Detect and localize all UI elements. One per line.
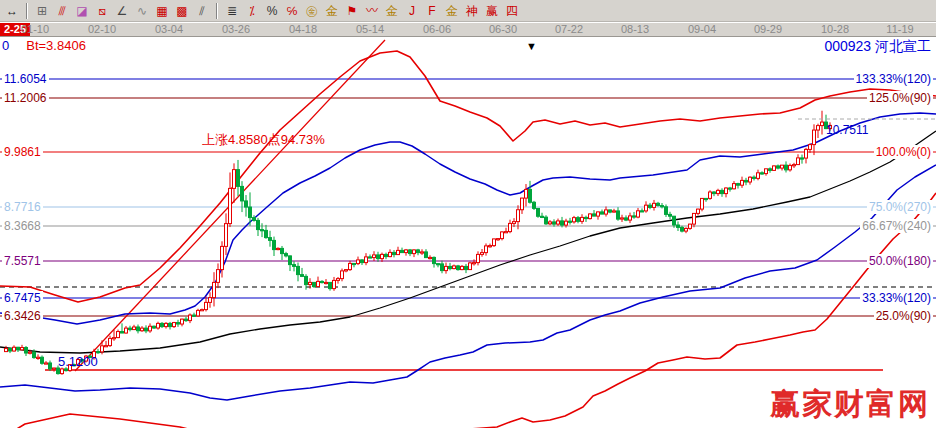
candle-up [789,165,792,169]
gold-trendline-icon[interactable]: 金 [442,2,462,20]
wave-tool-icon[interactable]: 〰 [362,2,382,20]
candle-up [317,281,320,286]
measure-width-icon[interactable]: ↔ [2,2,22,20]
candle-up [149,326,152,331]
candle-up [521,198,524,210]
candle-up [653,203,656,207]
rect-diagonals-icon[interactable]: ⧅ [92,2,112,20]
candle-down [417,250,420,253]
candle-up [209,298,212,303]
price-axis-label: 11.2006 [2,91,49,105]
candle-down [301,275,304,277]
candle-down [665,207,668,215]
candle-down [409,250,412,254]
candle-up [413,250,416,254]
gold-section-icon[interactable]: 金 [322,2,342,20]
bt-value-label: Bt=3.8406 [26,38,86,53]
candle-up [489,246,492,247]
candle-down [129,328,132,329]
candle-down [737,184,740,186]
peak-marker: ▼ [526,40,537,52]
j-trendline-icon[interactable]: J [402,2,422,20]
candle-up [45,363,48,364]
candle-down [285,254,288,256]
candle-down [593,214,596,216]
candle-up [765,169,768,174]
candle-up [337,279,340,281]
percent-lines-icon[interactable]: ℅ [282,2,302,20]
candle-up [797,158,800,165]
candle-up [717,190,720,193]
candle-down [153,326,156,328]
gold-circle-icon[interactable]: ㊎ [302,2,322,20]
candle-down [801,158,804,159]
candle-up [105,346,108,347]
candle-down [289,256,292,265]
shen-trendline-icon[interactable]: 神 [462,2,482,20]
candle-down [17,347,20,350]
drawing-toolbar: ↔⊞⫻◪⧅∠∿▦▩⫽≣⁒%℅㊎金⚑〰金JF金神赢四 [0,0,936,22]
candle-down [529,189,532,202]
candle-down [661,206,664,207]
candle-down [297,266,300,274]
candle-up [189,315,192,321]
parallel-lines-icon[interactable]: ⫽ [192,2,212,20]
candle-up [117,332,120,338]
candle-up [37,357,40,358]
candle-up [497,239,500,240]
gann-fan-box-icon[interactable]: ◪ [72,2,92,20]
ying-trendline-icon[interactable]: 赢 [482,2,502,20]
zigzag-lines-icon[interactable]: ∿ [132,2,152,20]
candle-up [613,211,616,212]
security-code-name: 000923 河北宣工 [824,38,931,56]
candle-down [305,276,308,284]
candle-up [341,271,344,279]
candle-down [25,348,28,353]
candle-down [681,227,684,231]
angle-lines-icon[interactable]: ∠ [112,2,132,20]
scale-zero-label: 0 [2,38,9,53]
date-tick-label: 02-10 [88,23,116,36]
candle-down [561,221,564,225]
candle-down [313,282,316,286]
price-axis-label: 8.7716 [2,200,43,214]
candle-down [245,201,248,207]
candle-up [589,214,592,219]
si-trendline-icon[interactable]: 四 [502,2,522,20]
candle-down [177,323,180,324]
candle-up [709,192,712,198]
candle-up [173,323,176,327]
gann-grid-dense-icon[interactable]: ▩ [172,2,192,20]
date-tick-label: 03-26 [222,23,250,36]
gold-channel-icon[interactable]: 金 [382,2,402,20]
candle-down [369,257,372,258]
candle-up [309,282,312,284]
candle-up [181,319,184,324]
candle-up [689,224,692,228]
chart-canvas[interactable] [0,0,936,428]
gann-box-icon[interactable]: ⊞ [32,2,52,20]
percent-retrace-icon[interactable]: ⁒ [242,2,262,20]
candle-down [253,218,256,221]
percent-icon[interactable]: % [262,2,282,20]
gann-grid-icon[interactable]: ▦ [152,2,172,20]
candle-down [241,186,244,201]
date-axis: 2-25 01-1002-1003-0403-2604-1805-1406-06… [0,22,936,37]
candle-up [809,145,812,150]
candle-up [157,323,160,328]
f-trendline-icon[interactable]: F [422,2,442,20]
gann-fan-icon[interactable]: ⫻ [52,2,72,20]
candle-up [637,211,640,217]
candle-up [493,239,496,246]
candle-up [373,255,376,258]
candle-up [101,346,104,352]
candle-down [677,225,680,227]
candle-up [557,221,560,224]
flag-marker-icon[interactable]: ⚑ [342,2,362,20]
candle-down [33,352,36,357]
candle-up [805,149,808,158]
candle-up [5,348,8,351]
ruler-ticks-icon[interactable]: ≣ [222,2,242,20]
candle-up [13,347,16,351]
candle-up [197,310,200,316]
